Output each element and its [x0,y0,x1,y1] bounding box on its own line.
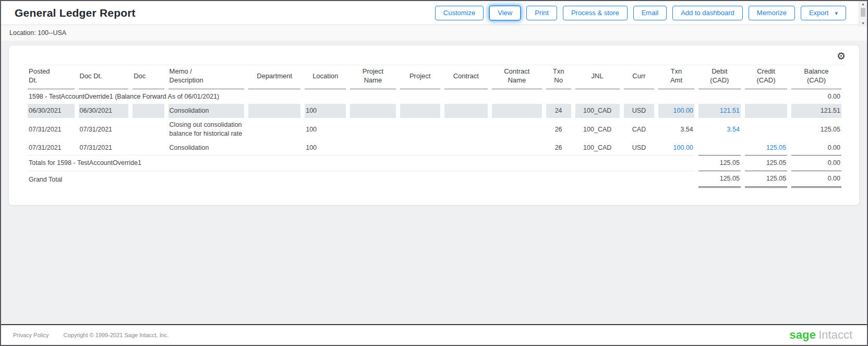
cell-curr: USD [624,104,654,118]
print-button[interactable]: Print [526,6,557,20]
debit-link[interactable]: 121.51 [698,104,741,118]
cell-txn-no: 24 [546,104,571,118]
cell-txn-no: 26 [546,141,571,155]
cell-doc [132,141,164,155]
cell-credit [745,118,787,141]
cell-balance: 125.05 [791,118,841,141]
scrollbar-thumb[interactable] [861,8,865,17]
add-to-dashboard-button[interactable]: Add to dashboard [672,6,743,20]
process-and-store-button[interactable]: Process & store [563,6,628,20]
totals-label: Totals for 1598 - TestAccountOverride1 [28,155,694,171]
cell-memo: Consolidation [168,104,245,118]
general-ledger-table: PostedDt. Doc Dt. Doc Memo /Description … [23,65,846,188]
debit-link[interactable]: 3.54 [698,118,741,141]
cell-doc-dt: 07/31/2021 [79,118,129,141]
cell-jnl: 100_CAD [575,141,620,155]
customize-button[interactable]: Customize [435,6,484,20]
cell-project-name [350,141,395,155]
cell-balance: 0.00 [791,89,841,104]
account-group-header-row: 1598 - TestAccountOverride1 (Balance For… [28,89,841,104]
scroll-up-icon[interactable]: ▲ [859,1,867,7]
cell-contract-name [492,141,542,155]
cell-txn-no: 26 [546,118,571,141]
cell-doc [132,118,164,141]
cell-doc [132,104,164,118]
col-header-debit[interactable]: Debit(CAD) [698,65,741,89]
cell-location: 100 [305,104,346,118]
intacct-logo-text: Intacct [818,328,852,341]
txn-amt-link[interactable]: 100.00 [658,141,694,155]
cell-balance: 121.51 [791,104,841,118]
totals-debit: 125.05 [698,155,741,171]
col-header-department[interactable]: Department [248,65,300,89]
cell-doc-dt: 06/30/2021 [79,104,129,118]
cell-debit [698,141,741,155]
col-header-txn-no[interactable]: TxnNo [546,65,571,89]
action-buttons: Customize View Print Process & store Ema… [435,6,846,20]
cell-department [248,141,300,155]
grand-total-row: Grand Total 125.05 125.05 0.00 [28,171,841,188]
cell-project [400,104,440,118]
report-filter-bar: Location: 100--USA [1,25,867,41]
cell-project-name [350,104,395,118]
cell-txn-amt: 3.54 [658,118,694,141]
cell-department [248,118,300,141]
col-header-project-name[interactable]: ProjectName [350,65,395,89]
cell-posted-dt: 07/31/2021 [28,118,75,141]
grand-total-credit: 125.05 [745,171,787,188]
gear-icon[interactable]: ⚙ [837,51,846,61]
col-header-curr[interactable]: Curr [624,65,654,89]
sage-logo-text: sage [789,328,816,341]
totals-credit: 125.05 [745,155,787,171]
sage-intacct-logo: sageIntacct [789,329,852,341]
account-group-label: 1598 - TestAccountOverride1 (Balance For… [28,89,787,104]
privacy-policy-link[interactable]: Privacy Policy [13,332,49,338]
txn-amt-link[interactable]: 100.00 [658,104,694,118]
cell-curr: CAD [624,118,654,141]
view-button[interactable]: View [489,6,521,20]
cell-curr: USD [624,141,654,155]
col-header-contract-name[interactable]: ContractName [492,65,542,89]
cell-credit [745,104,787,118]
col-header-doc[interactable]: Doc [132,65,164,89]
report-panel: ⚙ PostedDt. Doc Dt. Doc Memo /Des [8,45,860,206]
copyright-text: Copyright © 1999-2021 Sage Intacct, Inc. [63,332,168,338]
col-header-contract[interactable]: Contract [444,65,488,89]
cell-project-name [350,118,395,141]
col-header-balance[interactable]: Balance(CAD) [791,65,841,89]
account-totals-row: Totals for 1598 - TestAccountOverride1 1… [28,155,841,171]
cell-contract-name [492,118,542,141]
grand-total-debit: 125.05 [698,171,741,188]
top-bar: General Ledger Report Customize View Pri… [1,1,867,25]
col-header-memo[interactable]: Memo /Description [168,65,245,89]
email-button[interactable]: Email [633,6,667,20]
col-header-posted-dt[interactable]: PostedDt. [28,65,75,89]
col-header-doc-dt[interactable]: Doc Dt. [79,65,129,89]
export-button-label: Export [809,9,829,17]
memorize-button[interactable]: Memorize [749,6,795,20]
cell-doc-dt: 07/31/2021 [79,141,129,155]
grand-total-balance: 0.00 [791,171,841,188]
col-header-credit[interactable]: Credit(CAD) [745,65,787,89]
cell-contract [444,118,488,141]
vertical-scrollbar[interactable]: ▲ ▼ [859,1,867,27]
cell-posted-dt: 06/30/2021 [28,104,75,118]
cell-contract-name [492,104,542,118]
table-row: 07/31/2021 07/31/2021 Consolidation 100 … [28,141,841,155]
cell-jnl: 100_CAD [575,104,620,118]
footer: Privacy Policy Copyright © 1999-2021 Sag… [1,324,867,345]
export-button[interactable]: Export▾ [801,6,846,20]
location-filter-label: Location: 100--USA [9,29,66,37]
table-row: 07/31/2021 07/31/2021 Closing out consol… [28,118,841,141]
col-header-txn-amt[interactable]: TxnAmt [658,65,694,89]
page-title: General Ledger Report [15,7,136,19]
scroll-down-icon[interactable]: ▼ [859,20,867,27]
col-header-jnl[interactable]: JNL [575,65,620,89]
credit-link[interactable]: 125.05 [745,141,787,155]
cell-project [400,141,440,155]
cell-memo: Closing out consolidation balance for hi… [168,118,245,141]
col-header-project[interactable]: Project [400,65,440,89]
table-header-row: PostedDt. Doc Dt. Doc Memo /Description … [28,65,841,89]
col-header-location[interactable]: Location [305,65,346,89]
table-row: 06/30/2021 06/30/2021 Consolidation 100 … [28,104,841,118]
